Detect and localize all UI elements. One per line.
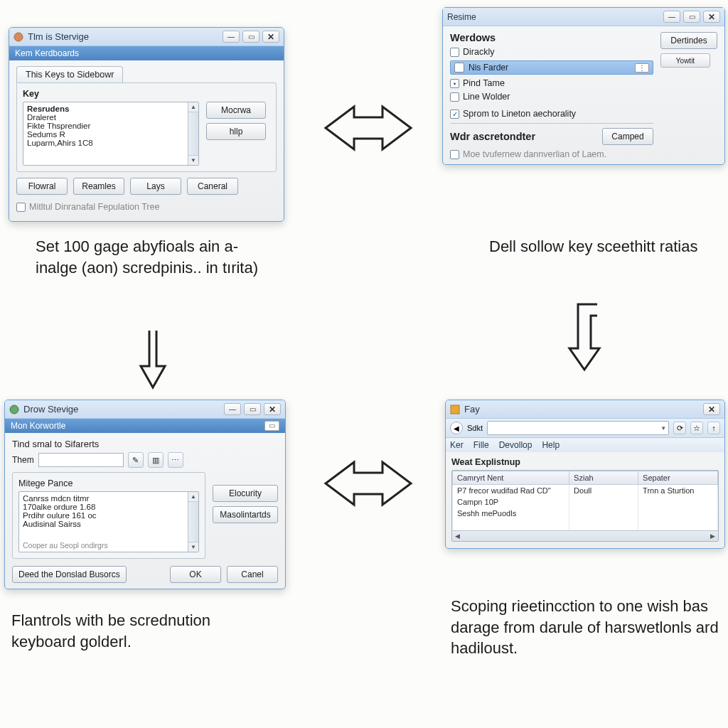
reamles-button[interactable]: Reamles bbox=[73, 178, 124, 195]
list-item[interactable]: Luparm,Ahirs 1C8 bbox=[27, 139, 195, 147]
scrollbar[interactable]: ▲▼ bbox=[188, 102, 198, 165]
down-arrow-left-icon bbox=[135, 327, 171, 391]
list-item[interactable]: Canrss mdcn titmr bbox=[23, 494, 195, 503]
tind-label: Tind smal to Sifarerts bbox=[12, 439, 278, 449]
pance-listbox[interactable]: Canrss mdcn titmr 170alke ordure 1.68 Pr… bbox=[18, 491, 199, 552]
dertindes-button[interactable]: Dertindes bbox=[660, 32, 717, 49]
yowtit-button[interactable]: Yowtit bbox=[660, 53, 710, 68]
close-button[interactable]: ✕ bbox=[703, 403, 720, 415]
minimize-button[interactable]: — bbox=[663, 11, 680, 23]
titlebar[interactable]: Resime — ▭ ✕ bbox=[443, 8, 724, 26]
cancel-button[interactable]: Canel bbox=[227, 566, 278, 583]
address-combo[interactable]: ▾ bbox=[487, 421, 669, 435]
menu-bar: Ker Fille Devollop Help bbox=[446, 438, 724, 452]
table-row bbox=[453, 519, 718, 530]
app-icon bbox=[9, 405, 19, 414]
hllp-button[interactable]: hllp bbox=[206, 123, 266, 140]
sub-header-button[interactable]: ▭ bbox=[264, 421, 279, 431]
camped-button[interactable]: Camped bbox=[602, 128, 653, 145]
table-row[interactable]: Campn 10P bbox=[453, 496, 718, 508]
masolintartds-button[interactable]: Masolintartds bbox=[213, 506, 278, 523]
maximize-button[interactable]: ▭ bbox=[242, 31, 259, 43]
dropdown-icon[interactable]: ⋮ bbox=[635, 63, 649, 73]
titlebar[interactable]: Drow Stevige — ▭ ✕ bbox=[5, 400, 285, 419]
deed-button[interactable]: Deed the Donslad Busorcs bbox=[12, 566, 127, 583]
down-arrow-right-icon bbox=[565, 299, 608, 377]
dropdown-icon: ▾ bbox=[662, 424, 665, 432]
checkbox-icon bbox=[450, 150, 459, 159]
col-header[interactable]: Camryrt Nent bbox=[453, 471, 569, 485]
titlebar[interactable]: Tlm is Stervige — ▭ ✕ bbox=[9, 28, 284, 46]
toolbar-icon-1[interactable]: ✎ bbox=[128, 452, 144, 468]
key-group-label: Key bbox=[23, 89, 270, 99]
double-arrow-top-icon bbox=[318, 100, 418, 156]
toolbar-icon-a[interactable]: ⟳ bbox=[673, 422, 686, 434]
toolbar-icon-2[interactable]: ▥ bbox=[148, 452, 164, 468]
minimize-button[interactable]: — bbox=[223, 31, 240, 43]
double-arrow-bottom-icon bbox=[318, 455, 418, 512]
opt-pind-tame[interactable]: ▪Pind Tame bbox=[450, 78, 653, 88]
elocurity-button[interactable]: Elocurity bbox=[213, 485, 278, 502]
titlebar[interactable]: Fay ✕ bbox=[446, 400, 724, 419]
opt-line-wolder[interactable]: Line Wolder bbox=[450, 92, 653, 102]
key-listbox[interactable]: Resrudens Draleret Fikte Thsprendier Sed… bbox=[23, 102, 199, 166]
svg-point-1 bbox=[10, 405, 18, 414]
menu-develop[interactable]: Devollop bbox=[499, 440, 532, 450]
minimize-button[interactable]: — bbox=[224, 403, 241, 415]
toolbar-label: Sdkt bbox=[467, 424, 483, 432]
checkbox-icon: ✓ bbox=[450, 109, 459, 119]
checkbox-icon bbox=[16, 203, 26, 212]
lays-button[interactable]: Lays bbox=[130, 178, 181, 195]
list-item[interactable]: Draleret bbox=[27, 113, 195, 122]
close-button[interactable]: ✕ bbox=[703, 11, 720, 23]
chk-sprom[interactable]: ✓Sprom to Lineton aechorality bbox=[450, 109, 653, 119]
window-title: Tlm is Stervige bbox=[28, 31, 223, 42]
toolbar-icon-3[interactable]: ⋯ bbox=[168, 452, 183, 468]
col-header[interactable]: Sziah bbox=[569, 471, 638, 485]
svg-rect-2 bbox=[451, 405, 459, 414]
list-item[interactable]: Prdihr oulure 161 oc bbox=[23, 511, 195, 520]
table-row[interactable]: Seshh mePuodls bbox=[453, 508, 718, 519]
list-item[interactable]: Audisinal Sairss bbox=[23, 520, 195, 528]
list-item[interactable]: Fikte Thsprendier bbox=[27, 122, 195, 130]
ok-button[interactable]: OK bbox=[170, 566, 221, 583]
mocrwa-button[interactable]: Mocrwa bbox=[206, 102, 266, 119]
footer-checkbox-2[interactable]: Moe tvufernew dannverlian of Laem. bbox=[450, 149, 653, 159]
item-icon bbox=[454, 63, 464, 73]
back-icon[interactable]: ◀ bbox=[450, 422, 463, 434]
dialog-fey: Fay ✕ ◀ Sdkt ▾ ⟳ ☆ ↑ Ker Fille Devollop … bbox=[445, 400, 725, 549]
toolbar-icon-c[interactable]: ↑ bbox=[707, 422, 720, 434]
h-scrollbar[interactable]: ◀▶ bbox=[452, 530, 718, 541]
opt-nis-farder[interactable]: Nis Farder ⋮ bbox=[450, 60, 653, 75]
list-item[interactable]: Sedums R bbox=[27, 130, 195, 139]
opt-dirackly[interactable]: Dirackly bbox=[450, 47, 653, 57]
list-item[interactable]: 170alke ordure 1.68 bbox=[23, 503, 195, 511]
col-header[interactable]: Sepater bbox=[638, 471, 718, 485]
maximize-button[interactable]: ▭ bbox=[683, 11, 700, 23]
caneral-button[interactable]: Caneral bbox=[187, 178, 238, 195]
table-row[interactable]: P7 frecor wudifad Rad CD"DoullTrnn a Stu… bbox=[453, 485, 718, 497]
checkbox-icon: ▪ bbox=[450, 79, 459, 88]
dialog-tlm-stervige: Tlm is Stervige — ▭ ✕ Kem Kerdboards Thi… bbox=[9, 27, 284, 222]
window-title: Resime bbox=[447, 12, 663, 22]
checkbox-icon bbox=[450, 48, 459, 57]
flowral-button[interactable]: Flowral bbox=[16, 178, 68, 195]
group-label: Mitege Pance bbox=[18, 478, 199, 488]
menu-ker[interactable]: Ker bbox=[450, 440, 464, 450]
toolbar-icon-b[interactable]: ☆ bbox=[690, 422, 703, 434]
app-icon bbox=[14, 32, 23, 42]
close-button[interactable]: ✕ bbox=[264, 403, 281, 415]
caption-3: Flantrols with be scrednution keyboard g… bbox=[11, 610, 267, 652]
close-button[interactable]: ✕ bbox=[262, 31, 279, 43]
them-input[interactable] bbox=[38, 453, 124, 467]
list-footer: Cooper au Seopl ondirgrs bbox=[23, 541, 108, 550]
werdows-heading: Werdows bbox=[450, 32, 653, 43]
tab-keys[interactable]: This Keys to Sidebowr bbox=[16, 66, 123, 82]
menu-help[interactable]: Help bbox=[542, 440, 560, 450]
sub-header: Kem Kerdboards bbox=[9, 46, 284, 60]
toolbar: ◀ Sdkt ▾ ⟳ ☆ ↑ bbox=[446, 419, 724, 438]
maximize-button[interactable]: ▭ bbox=[244, 403, 261, 415]
footer-checkbox[interactable]: Mitltul Dinranafal Fepulation Tree bbox=[16, 202, 277, 212]
scrollbar[interactable]: ▲▼ bbox=[188, 492, 198, 552]
menu-fille[interactable]: Fille bbox=[473, 440, 489, 450]
